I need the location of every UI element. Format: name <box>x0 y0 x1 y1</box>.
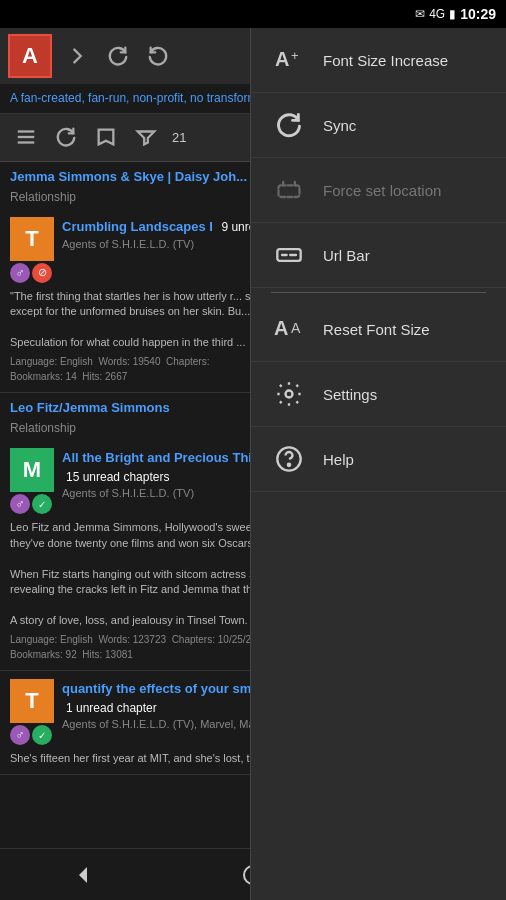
forward-button[interactable] <box>60 38 96 74</box>
sync-icon <box>271 107 307 143</box>
back-button[interactable] <box>62 853 106 897</box>
menu-label-reset-font: Reset Font Size <box>323 321 430 338</box>
toolbar-refresh-button[interactable] <box>48 119 84 155</box>
undo-button[interactable] <box>140 38 176 74</box>
section1-link[interactable]: Jemma Simmons & Skye | Daisy Joh... <box>10 169 247 184</box>
list-icon[interactable] <box>8 119 44 155</box>
menu-label-sync: Sync <box>323 117 356 134</box>
svg-rect-6 <box>279 185 300 197</box>
gender-badge-m: ♂ <box>10 263 30 283</box>
menu-item-font-size-increase[interactable]: A + Font Size Increase <box>251 28 506 93</box>
section1-rel-label: Relationship <box>10 190 76 204</box>
help-icon <box>271 441 307 477</box>
menu-label-help: Help <box>323 451 354 468</box>
cover-image-3: T <box>10 679 54 723</box>
settings-gear-icon <box>271 376 307 412</box>
svg-point-16 <box>288 464 290 466</box>
menu-divider <box>271 292 486 293</box>
svg-text:A: A <box>274 317 288 339</box>
url-bar-icon <box>271 237 307 273</box>
check-badge: ✓ <box>32 494 52 514</box>
reset-font-icon: A A <box>271 311 307 347</box>
story-title-2[interactable]: All the Bright and Precious Things <box>62 450 275 465</box>
svg-marker-3 <box>138 132 155 145</box>
cover-image-1: T <box>10 217 54 261</box>
svg-text:A: A <box>275 48 289 70</box>
story-unread-2: 15 unread chapters <box>66 470 169 484</box>
menu-item-sync[interactable]: Sync <box>251 93 506 158</box>
svg-point-14 <box>286 391 293 398</box>
menu-item-settings[interactable]: Settings <box>251 362 506 427</box>
menu-item-reset-font[interactable]: A A Reset Font Size <box>251 297 506 362</box>
cover-image-2: M <box>10 448 54 492</box>
menu-item-url-bar[interactable]: Url Bar <box>251 223 506 288</box>
font-size-increase-icon: A + <box>271 42 307 78</box>
svg-text:A: A <box>291 320 301 336</box>
refresh-button[interactable] <box>100 38 136 74</box>
filter-icon[interactable] <box>128 119 164 155</box>
svg-text:+: + <box>291 48 299 63</box>
dropdown-menu: A + Font Size Increase Sync Force set lo… <box>250 28 506 900</box>
svg-marker-17 <box>79 867 87 883</box>
force-location-icon <box>271 172 307 208</box>
check-badge-3: ✓ <box>32 725 52 745</box>
menu-item-help[interactable]: Help <box>251 427 506 492</box>
gender-badge-m2: ♂ <box>10 494 30 514</box>
story-unread-3: 1 unread chapter <box>66 701 157 715</box>
logo-letter: A <box>22 43 38 69</box>
no-badge: ⊘ <box>32 263 52 283</box>
menu-item-force-location[interactable]: Force set location <box>251 158 506 223</box>
section2-rel-label: Relationship <box>10 421 76 435</box>
status-bar: ✉ 4G ▮ 10:29 <box>0 0 506 28</box>
signal-label: 4G <box>429 7 445 21</box>
bookmark-icon[interactable] <box>88 119 124 155</box>
story-title-1[interactable]: Crumbling Landscapes I <box>62 219 213 234</box>
notification-icon: ✉ <box>415 7 425 21</box>
section2-link[interactable]: Leo Fitz/Jemma Simmons <box>10 400 170 415</box>
menu-label-settings: Settings <box>323 386 377 403</box>
count-label: 21 <box>172 130 186 145</box>
battery-icon: ▮ <box>449 7 456 21</box>
gender-badge-m3: ♂ <box>10 725 30 745</box>
menu-label-force-location: Force set location <box>323 182 441 199</box>
app-logo[interactable]: A <box>8 34 52 78</box>
menu-label-url-bar: Url Bar <box>323 247 370 264</box>
status-time: 10:29 <box>460 6 496 22</box>
menu-label-font-size-increase: Font Size Increase <box>323 52 448 69</box>
